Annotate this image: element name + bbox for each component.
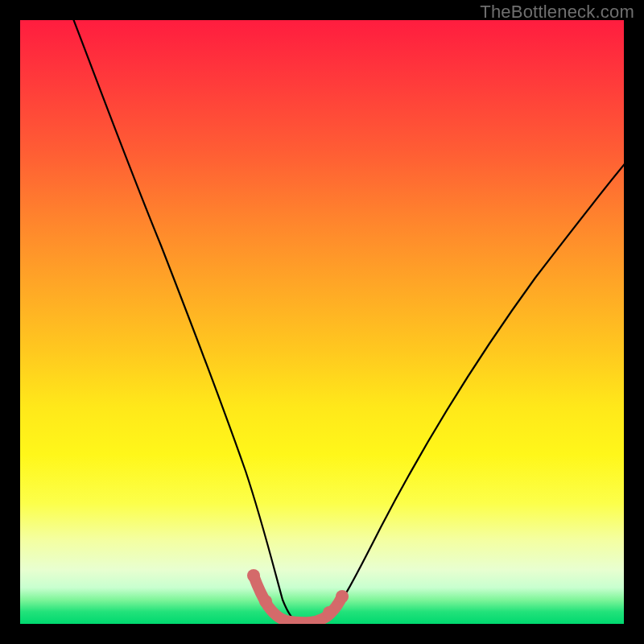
chart-frame: TheBottleneck.com: [0, 0, 644, 644]
curve-layer: [20, 20, 624, 624]
watermark-text: TheBottleneck.com: [480, 2, 634, 23]
highlight-dot-icon: [336, 590, 349, 603]
bottleneck-curve-path: [64, 20, 624, 622]
highlight-dot-icon: [323, 606, 336, 619]
highlight-dot-icon: [259, 595, 272, 608]
highlight-dot-icon: [247, 569, 260, 582]
plot-area: [20, 20, 624, 624]
